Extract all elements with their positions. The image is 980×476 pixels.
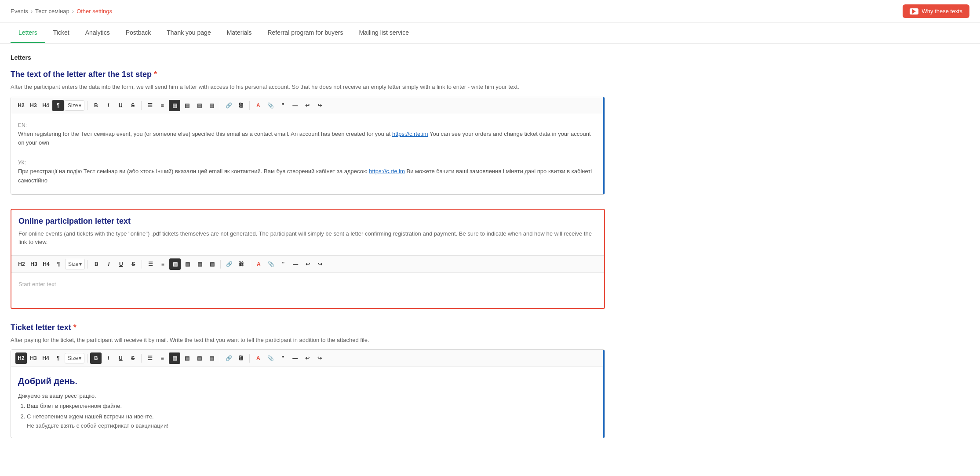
toolbar2-h4[interactable]: H4 bbox=[40, 258, 52, 270]
tab-ticket[interactable]: Ticket bbox=[45, 23, 77, 43]
toolbar2-h3[interactable]: H3 bbox=[28, 258, 40, 270]
tab-analytics[interactable]: Analytics bbox=[77, 23, 118, 43]
toolbar2-unlink[interactable]: ⛓ bbox=[236, 258, 247, 270]
toolbar3-h3[interactable]: H3 bbox=[28, 352, 39, 364]
toolbar3-redo[interactable]: ↪ bbox=[314, 352, 325, 364]
toolbar3-align-left[interactable]: ▤ bbox=[181, 352, 193, 364]
toolbar-redo[interactable]: ↪ bbox=[314, 100, 325, 111]
toolbar-h3[interactable]: H3 bbox=[28, 100, 39, 111]
toolbar3-paragraph[interactable]: ¶ bbox=[52, 352, 64, 364]
toolbar2-strikethrough[interactable]: S bbox=[128, 258, 139, 270]
toolbar-h2[interactable]: H2 bbox=[15, 100, 27, 111]
letter3-content-heading: Добрий день. bbox=[18, 374, 597, 388]
letter2-editor-body[interactable]: Start enter text bbox=[11, 273, 604, 308]
letter1-description: After the participant enters the data in… bbox=[11, 83, 605, 91]
letter1-editor-body[interactable]: EN: When registering for the Тест семіна… bbox=[11, 114, 605, 194]
toolbar3-sep2 bbox=[141, 354, 142, 363]
toolbar3-link[interactable]: 🔗 bbox=[223, 352, 234, 364]
toolbar3-size[interactable]: Size ▾ bbox=[65, 353, 84, 363]
toolbar3-align-center[interactable]: ▤ bbox=[169, 352, 180, 364]
youtube-button[interactable]: Why these texts bbox=[903, 4, 969, 18]
toolbar2-italic[interactable]: I bbox=[103, 258, 114, 270]
tab-postback[interactable]: Postback bbox=[118, 23, 159, 43]
letter1-editor: H2 H3 H4 ¶ Size ▾ B I U S ☰ ≡ ▤ ▤ ▤ ▤ bbox=[11, 97, 605, 195]
youtube-button-label: Why these texts bbox=[922, 8, 962, 15]
breadcrumb: Events › Тест семінар › Other settings bbox=[11, 8, 112, 15]
toolbar2-paragraph[interactable]: ¶ bbox=[53, 258, 64, 270]
tab-thankyou[interactable]: Thank you page bbox=[159, 23, 219, 43]
toolbar-size[interactable]: Size ▾ bbox=[65, 100, 84, 111]
tab-materials[interactable]: Materials bbox=[219, 23, 260, 43]
toolbar-h4[interactable]: H4 bbox=[40, 100, 51, 111]
toolbar2-bold[interactable]: B bbox=[91, 258, 102, 270]
letter1-en-link: https://c.rte.im bbox=[392, 131, 428, 137]
toolbar2-ol[interactable]: ≡ bbox=[157, 258, 168, 270]
toolbar2-align-center[interactable]: ▤ bbox=[169, 258, 181, 270]
toolbar3-unlink[interactable]: ⛓ bbox=[235, 352, 247, 364]
toolbar2-quote[interactable]: " bbox=[277, 258, 289, 270]
letter3-editor-body[interactable]: Добрий день. Дякуємо за вашу реєстрацію.… bbox=[11, 367, 605, 437]
toolbar-quote[interactable]: " bbox=[277, 100, 288, 111]
toolbar3-undo[interactable]: ↩ bbox=[302, 352, 313, 364]
toolbar-paragraph[interactable]: ¶ bbox=[52, 100, 64, 111]
toolbar-link[interactable]: 🔗 bbox=[223, 100, 234, 111]
toolbar-italic[interactable]: I bbox=[102, 100, 114, 111]
toolbar2-dash[interactable]: — bbox=[290, 258, 301, 270]
letter3-toolbar: H2 H3 H4 ¶ Size ▾ B I U S ☰ ≡ ▤ ▤ ▤ ▤ bbox=[11, 350, 605, 367]
toolbar2-sep3 bbox=[220, 260, 221, 269]
toolbar-underline[interactable]: U bbox=[115, 100, 126, 111]
toolbar3-bold[interactable]: B bbox=[90, 352, 102, 364]
toolbar2-align-left[interactable]: ▤ bbox=[182, 258, 193, 270]
toolbar2-link[interactable]: 🔗 bbox=[223, 258, 235, 270]
toolbar3-dash[interactable]: — bbox=[289, 352, 301, 364]
toolbar2-highlight[interactable]: 📎 bbox=[265, 258, 277, 270]
toolbar-highlight[interactable]: 📎 bbox=[265, 100, 276, 111]
toolbar2-h2[interactable]: H2 bbox=[16, 258, 27, 270]
toolbar2-color[interactable]: A bbox=[253, 258, 264, 270]
toolbar2-align-right[interactable]: ▤ bbox=[194, 258, 205, 270]
letter1-uk-link: https://c.rte.im bbox=[369, 168, 405, 174]
toolbar-unlink[interactable]: ⛓ bbox=[235, 100, 247, 111]
tab-referral[interactable]: Referral program for buyers bbox=[259, 23, 351, 43]
toolbar-justify[interactable]: ▤ bbox=[206, 100, 217, 111]
toolbar2-redo[interactable]: ↪ bbox=[314, 258, 326, 270]
toolbar-dash[interactable]: — bbox=[289, 100, 301, 111]
tab-letters[interactable]: Letters bbox=[11, 23, 45, 43]
breadcrumb-events[interactable]: Events bbox=[11, 8, 28, 15]
toolbar-align-center[interactable]: ▤ bbox=[169, 100, 180, 111]
toolbar3-underline[interactable]: U bbox=[115, 352, 126, 364]
toolbar-align-left[interactable]: ▤ bbox=[181, 100, 193, 111]
tab-mailing[interactable]: Mailing list service bbox=[351, 23, 417, 43]
toolbar2-justify[interactable]: ▤ bbox=[206, 258, 218, 270]
toolbar3-ul[interactable]: ☰ bbox=[144, 352, 156, 364]
toolbar-sep4 bbox=[249, 101, 250, 110]
toolbar-color[interactable]: A bbox=[252, 100, 264, 111]
toolbar3-color[interactable]: A bbox=[252, 352, 264, 364]
toolbar3-sep4 bbox=[249, 354, 250, 363]
toolbar3-italic[interactable]: I bbox=[102, 352, 114, 364]
toolbar-undo[interactable]: ↩ bbox=[302, 100, 313, 111]
toolbar3-justify[interactable]: ▤ bbox=[206, 352, 217, 364]
letter3-heading: Ticket letter text * bbox=[11, 323, 605, 332]
toolbar3-quote[interactable]: " bbox=[277, 352, 288, 364]
toolbar-strikethrough[interactable]: S bbox=[127, 100, 138, 111]
toolbar2-ul[interactable]: ☰ bbox=[145, 258, 156, 270]
toolbar-ol[interactable]: ≡ bbox=[157, 100, 168, 111]
toolbar2-size[interactable]: Size ▾ bbox=[65, 259, 85, 269]
toolbar2-undo[interactable]: ↩ bbox=[302, 258, 313, 270]
toolbar-align-right[interactable]: ▤ bbox=[193, 100, 205, 111]
toolbar3-align-right[interactable]: ▤ bbox=[193, 352, 205, 364]
letter3-required: * bbox=[73, 323, 77, 332]
toolbar-bold[interactable]: B bbox=[90, 100, 102, 111]
toolbar-ul[interactable]: ☰ bbox=[144, 100, 156, 111]
toolbar3-h4[interactable]: H4 bbox=[40, 352, 51, 364]
toolbar3-strikethrough[interactable]: S bbox=[127, 352, 138, 364]
toolbar3-highlight[interactable]: 📎 bbox=[265, 352, 276, 364]
toolbar2-underline[interactable]: U bbox=[115, 258, 127, 270]
toolbar-sep2 bbox=[141, 101, 142, 110]
toolbar3-h2[interactable]: H2 bbox=[15, 352, 27, 364]
toolbar3-ol[interactable]: ≡ bbox=[157, 352, 168, 364]
list-item-2: С нетерпением ждем нашей встречи на ивен… bbox=[27, 411, 597, 421]
letter3-content-note: Не забудьте взять с собой сертификат о в… bbox=[18, 421, 597, 431]
breadcrumb-event-name[interactable]: Тест семінар bbox=[35, 8, 69, 15]
